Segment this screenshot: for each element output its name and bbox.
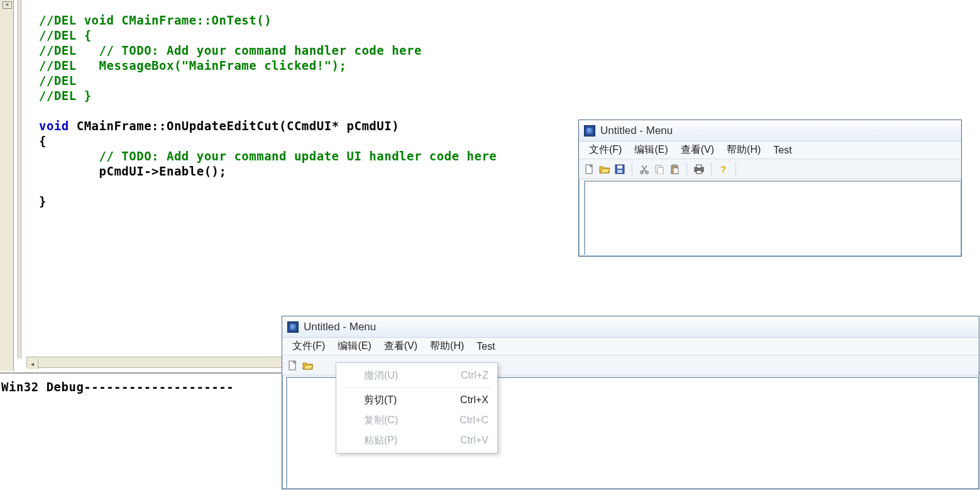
app-window-small[interactable]: Untitled - Menu 文件(F) 编辑(E) 查看(V) 帮助(H) … [578, 120, 962, 257]
menu-edit[interactable]: 编辑(E) [628, 142, 674, 159]
menu-view[interactable]: 查看(V) [674, 142, 720, 159]
svg-rect-10 [673, 168, 678, 174]
menu-item-shortcut: Ctrl+V [448, 435, 488, 446]
build-output-line: Win32 Debug-------------------- [0, 380, 283, 394]
code-line: //DEL { [39, 28, 92, 42]
menubar[interactable]: 文件(F) 编辑(E) 查看(V) 帮助(H) Test [282, 338, 979, 355]
code-fn-sig: CMainFrame::OnUpdateEditCut(CCmdUI* pCmd… [69, 119, 399, 133]
menu-item-undo[interactable]: 撤消(U) Ctrl+Z [336, 365, 497, 386]
help-icon[interactable]: ? [717, 162, 730, 176]
menu-item-label: 撤消(U) [364, 369, 398, 382]
code-comment: // TODO: Add your command update UI hand… [39, 149, 497, 163]
menu-help[interactable]: 帮助(H) [424, 338, 470, 355]
menubar[interactable]: 文件(F) 编辑(E) 查看(V) 帮助(H) Test [579, 142, 961, 159]
code-brace: { [39, 134, 47, 148]
svg-rect-7 [658, 167, 663, 174]
window-title: Untitled - Menu [304, 321, 376, 333]
toolbar-divider [711, 162, 712, 176]
edit-dropdown-menu[interactable]: 撤消(U) Ctrl+Z 剪切(T) Ctrl+X 复制(C) Ctrl+C 粘… [336, 362, 498, 454]
window-title: Untitled - Menu [600, 125, 673, 137]
menu-item-cut[interactable]: 剪切(T) Ctrl+X [336, 390, 497, 410]
open-folder-icon[interactable] [598, 162, 612, 176]
menu-item-label: 粘贴(P) [364, 434, 397, 447]
code-line: //DEL } [39, 89, 92, 103]
titlebar[interactable]: Untitled - Menu [579, 120, 961, 142]
toolbar-divider [686, 162, 687, 176]
code-line: //DEL void CMainFrame::OnTest() [39, 13, 272, 27]
toolbar-divider [632, 162, 632, 176]
app-icon [584, 125, 595, 136]
menu-item-shortcut: Ctrl+X [448, 394, 488, 406]
code-line: //DEL [39, 74, 77, 87]
new-file-icon[interactable] [286, 359, 300, 372]
svg-rect-9 [673, 165, 676, 167]
menu-item-copy[interactable]: 复制(C) Ctrl+C [336, 410, 497, 430]
client-area[interactable] [584, 181, 960, 255]
menu-item-label: 剪切(T) [364, 394, 397, 407]
toolbar-divider [735, 162, 736, 176]
menu-file[interactable]: 文件(F) [583, 142, 628, 159]
code-brace: } [39, 194, 47, 208]
editor-margin-bar [18, 0, 21, 359]
keyword-void: void [39, 119, 69, 133]
menu-file[interactable]: 文件(F) [286, 338, 331, 355]
cut-icon[interactable] [637, 162, 651, 176]
pane-close-button[interactable]: × [3, 1, 12, 9]
open-folder-icon[interactable] [301, 359, 315, 372]
menu-item-label: 复制(C) [364, 414, 398, 427]
svg-rect-2 [617, 165, 622, 169]
menu-item-paste[interactable]: 粘贴(P) Ctrl+V [336, 430, 497, 450]
svg-rect-12 [696, 165, 702, 168]
menu-item-shortcut: Ctrl+C [447, 415, 488, 426]
toolbar[interactable]: ? [579, 159, 961, 179]
svg-text:?: ? [720, 164, 726, 174]
code-line: //DEL MessageBox("MainFrame clicked!"); [39, 58, 347, 72]
menu-view[interactable]: 查看(V) [378, 338, 424, 355]
code-stmt: pCmdUI->Enable(); [39, 164, 226, 178]
print-icon[interactable] [692, 162, 706, 176]
copy-icon[interactable] [652, 162, 666, 176]
menu-item-shortcut: Ctrl+Z [448, 370, 488, 381]
scroll-left-icon[interactable]: ◂ [27, 359, 38, 369]
editor-gutter: × [0, 0, 14, 371]
menu-help[interactable]: 帮助(H) [720, 142, 767, 159]
code-line: //DEL // TODO: Add your command handler … [39, 43, 422, 57]
menu-test[interactable]: Test [767, 143, 798, 158]
menu-edit[interactable]: 编辑(E) [331, 338, 377, 355]
svg-rect-13 [696, 170, 702, 174]
save-icon[interactable] [613, 162, 627, 176]
menu-separator [343, 387, 491, 388]
titlebar[interactable]: Untitled - Menu [282, 316, 979, 338]
svg-rect-3 [617, 170, 622, 173]
paste-icon[interactable] [668, 162, 681, 176]
new-file-icon[interactable] [583, 162, 597, 176]
app-icon [287, 321, 299, 333]
menu-test[interactable]: Test [470, 339, 501, 354]
